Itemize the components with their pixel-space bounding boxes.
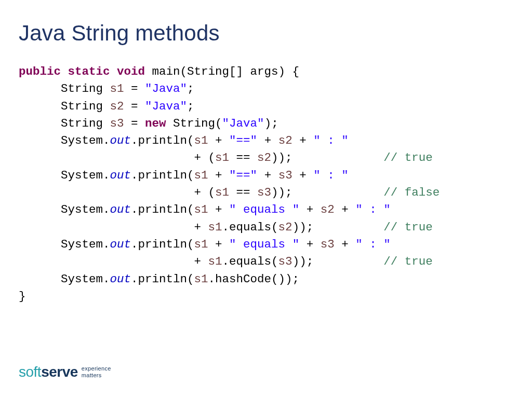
var: s1	[208, 221, 222, 234]
var: s2	[321, 203, 335, 216]
code-text: ));	[271, 186, 383, 199]
code-text: ;	[187, 82, 194, 95]
code-text: +	[208, 203, 230, 216]
code-text: =	[124, 100, 145, 113]
code-text: .equals(	[222, 221, 278, 234]
code-text: + (	[19, 186, 215, 199]
slide: Java String methods public static void m…	[0, 0, 532, 398]
logo-serve: serve	[41, 364, 78, 380]
code-text: + (	[19, 151, 215, 164]
var: s2	[257, 151, 271, 164]
string-literal: "Java"	[145, 100, 187, 113]
var-s2: s2	[110, 100, 124, 113]
logo-word: softserve	[19, 365, 78, 379]
code-text: =	[124, 117, 145, 130]
string-literal: "Java"	[145, 82, 187, 95]
code-text: .equals(	[222, 255, 278, 268]
var-s1: s1	[110, 82, 124, 95]
code-text: +	[208, 134, 230, 147]
code-text: +	[292, 169, 314, 182]
kw-static: static	[68, 65, 110, 78]
string-literal: " : "	[313, 134, 349, 147]
code-text: .println(	[131, 134, 194, 147]
string-literal: "=="	[229, 169, 257, 182]
code-text: System.	[19, 238, 110, 251]
code-text: System.	[19, 134, 110, 147]
var: s3	[278, 169, 292, 182]
logo: softserve experience matters	[19, 365, 111, 379]
var: s1	[194, 203, 208, 216]
code-text: +	[208, 238, 230, 251]
code-text: String	[19, 117, 110, 130]
code-text: ==	[229, 151, 257, 164]
code-text: .println(	[131, 203, 194, 216]
var: s2	[278, 221, 292, 234]
var: s1	[215, 186, 229, 199]
var: s3	[321, 238, 335, 251]
code-text: );	[264, 117, 278, 130]
string-literal: " equals "	[229, 238, 299, 251]
logo-tagline: experience matters	[82, 365, 111, 378]
code-text: main(String[] args) {	[145, 65, 299, 78]
kw-public: public	[19, 65, 61, 78]
code-text: +	[208, 169, 230, 182]
string-literal: " : "	[355, 203, 391, 216]
var: s2	[278, 134, 292, 147]
code-text: +	[257, 169, 278, 182]
code-text: ));	[292, 221, 384, 234]
code-text: .println(	[131, 169, 194, 182]
string-literal: "Java"	[222, 117, 264, 130]
slide-title: Java String methods	[19, 21, 513, 46]
string-literal: " : "	[313, 169, 349, 182]
code-text: ));	[271, 151, 383, 164]
code-text: ));	[292, 255, 384, 268]
field-out: out	[110, 203, 131, 216]
string-literal: " : "	[355, 238, 391, 251]
code-text: String(	[166, 117, 222, 130]
code-text: +	[257, 134, 278, 147]
var: s3	[257, 186, 271, 199]
code-text: .hashCode());	[208, 272, 300, 286]
var: s1	[194, 169, 208, 182]
code-text: +	[299, 238, 321, 251]
comment: // false	[383, 186, 440, 199]
code-block: public static void main(String[] args) {…	[19, 63, 513, 305]
code-text: +	[335, 203, 356, 216]
code-text: System.	[19, 203, 110, 216]
code-text: .println(	[131, 272, 194, 286]
logo-soft: soft	[19, 364, 41, 380]
code-text: System.	[19, 272, 110, 286]
var: s1	[194, 272, 208, 286]
var: s3	[278, 255, 292, 268]
var-s3: s3	[110, 117, 124, 130]
code-text: .println(	[131, 238, 194, 251]
var: s1	[215, 151, 229, 164]
code-text: ==	[229, 186, 257, 199]
var: s1	[194, 134, 208, 147]
field-out: out	[110, 238, 131, 251]
code-text: System.	[19, 169, 110, 182]
var: s1	[194, 238, 208, 251]
string-literal: " equals "	[229, 203, 299, 216]
var: s1	[208, 255, 222, 268]
logo-tag-1: experience	[82, 365, 111, 372]
code-text: String	[19, 82, 110, 95]
comment: // true	[383, 151, 433, 164]
code-text: }	[19, 290, 26, 303]
code-text: String	[19, 100, 110, 113]
field-out: out	[110, 169, 131, 182]
code-text: +	[19, 255, 208, 268]
code-text: +	[335, 238, 356, 251]
logo-tag-2: matters	[82, 372, 111, 379]
string-literal: "=="	[229, 134, 257, 147]
field-out: out	[110, 272, 131, 286]
code-text: +	[292, 134, 314, 147]
code-text: ;	[187, 100, 194, 113]
kw-void: void	[117, 65, 145, 78]
code-text: =	[124, 82, 145, 95]
code-text: +	[19, 221, 208, 234]
kw-new: new	[145, 117, 166, 130]
code-text: +	[299, 203, 321, 216]
comment: // true	[383, 221, 433, 234]
field-out: out	[110, 134, 131, 147]
